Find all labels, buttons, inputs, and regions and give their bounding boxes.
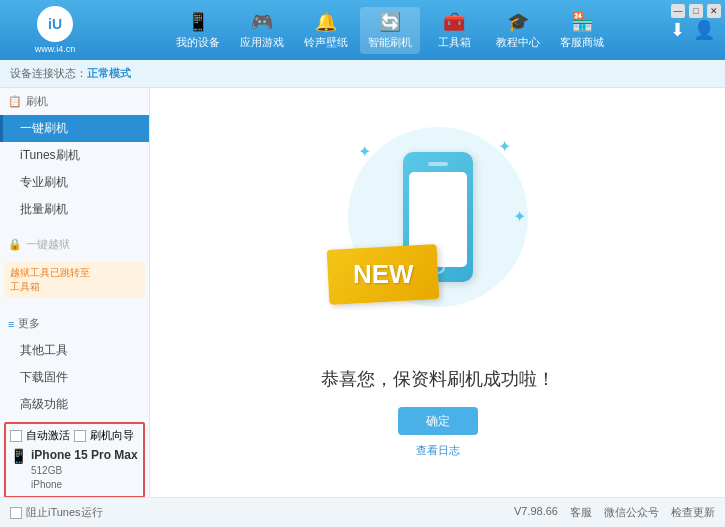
ringtone-icon: 🔔 <box>315 11 337 33</box>
close-button[interactable]: ✕ <box>707 4 721 18</box>
itunes-block-checkbox[interactable] <box>10 507 22 519</box>
sidebar: 📋 刷机 一键刷机 iTunes刷机 专业刷机 批量刷机 🔒 一键越狱 越狱工具… <box>0 88 150 497</box>
nav-shop-label: 客服商城 <box>560 35 604 50</box>
device-name: iPhone 15 Pro Max <box>31 447 138 464</box>
main-area: 📋 刷机 一键刷机 iTunes刷机 专业刷机 批量刷机 🔒 一键越狱 越狱工具… <box>0 88 725 497</box>
minimize-button[interactable]: — <box>671 4 685 18</box>
success-image: ✦ ✦ ✦ NEW <box>338 127 538 347</box>
nav-tutorial[interactable]: 🎓 教程中心 <box>488 7 548 54</box>
check-update-link[interactable]: 检查更新 <box>671 505 715 520</box>
nav-toolbox[interactable]: 🧰 工具箱 <box>424 7 484 54</box>
wechat-link[interactable]: 微信公众号 <box>604 505 659 520</box>
itunes-block-label: 阻止iTunes运行 <box>26 505 103 520</box>
guide-label: 刷机向导 <box>90 428 134 443</box>
breadcrumb-prefix: 设备连接状态： <box>10 66 87 81</box>
nav-flash[interactable]: 🔄 智能刷机 <box>360 7 420 54</box>
ribbon-body: NEW <box>326 244 439 305</box>
sidebar-more-label: 更多 <box>18 316 40 331</box>
tutorial-icon: 🎓 <box>507 11 529 33</box>
sidebar-jailbreak-header: 🔒 一键越狱 <box>0 231 149 258</box>
my-device-icon: 📱 <box>187 11 209 33</box>
nav-my-device-label: 我的设备 <box>176 35 220 50</box>
device-phone-icon: 📱 <box>10 448 27 464</box>
sidebar-item-pro[interactable]: 专业刷机 <box>0 169 149 196</box>
logo-icon: iU <box>37 6 73 42</box>
success-text: 恭喜您，保资料刷机成功啦！ <box>321 367 555 391</box>
bottom-bar: 阻止iTunes运行 V7.98.66 客服 微信公众号 检查更新 <box>0 497 725 527</box>
device-type: iPhone <box>31 478 138 492</box>
apps-icon: 🎮 <box>251 11 273 33</box>
shop-icon: 🏪 <box>571 11 593 33</box>
breadcrumb-status: 正常模式 <box>87 66 131 81</box>
device-info-area: 自动激活 刷机向导 📱 iPhone 15 Pro Max 512GB iPho… <box>4 422 145 497</box>
user-icon[interactable]: 👤 <box>693 19 715 41</box>
itunes-block-area: 阻止iTunes运行 <box>10 505 103 520</box>
flash-section-icon: 📋 <box>8 95 22 108</box>
content-panel: ✦ ✦ ✦ NEW 恭喜您，保资料刷机成功啦！ 确定 查看日志 <box>150 88 725 497</box>
nav-ringtone[interactable]: 🔔 铃声壁纸 <box>296 7 356 54</box>
sparkle-mid-right: ✦ <box>513 207 526 226</box>
nav-toolbox-label: 工具箱 <box>438 35 471 50</box>
sidebar-more-header: ≡ 更多 <box>0 310 149 337</box>
sidebar-item-batch[interactable]: 批量刷机 <box>0 196 149 223</box>
guide-checkbox[interactable] <box>74 430 86 442</box>
sparkle-top-left: ✦ <box>358 142 371 161</box>
more-icon: ≡ <box>8 318 14 330</box>
flash-icon: 🔄 <box>379 11 401 33</box>
nav-ringtone-label: 铃声壁纸 <box>304 35 348 50</box>
device-item[interactable]: 📱 iPhone 15 Pro Max 512GB iPhone <box>10 447 139 492</box>
nav-flash-label: 智能刷机 <box>368 35 412 50</box>
sidebar-notice: 越狱工具已跳转至工具箱 <box>4 262 145 298</box>
nav-bar: 📱 我的设备 🎮 应用游戏 🔔 铃声壁纸 🔄 智能刷机 🧰 工具箱 🎓 <box>110 7 670 54</box>
sparkle-top-right: ✦ <box>498 137 511 156</box>
ribbon-text: NEW <box>352 259 413 290</box>
customer-service-link[interactable]: 客服 <box>570 505 592 520</box>
sidebar-flash-header: 📋 刷机 <box>0 88 149 115</box>
confirm-button[interactable]: 确定 <box>398 407 478 435</box>
version-text: V7.98.66 <box>514 505 558 520</box>
logo-url: www.i4.cn <box>35 44 76 54</box>
nav-apps-label: 应用游戏 <box>240 35 284 50</box>
sidebar-flash-label: 刷机 <box>26 94 48 109</box>
nav-shop[interactable]: 🏪 客服商城 <box>552 7 612 54</box>
sidebar-item-onekey[interactable]: 一键刷机 <box>0 115 149 142</box>
logo-area: iU www.i4.cn <box>10 6 100 54</box>
sidebar-item-advanced[interactable]: 高级功能 <box>0 391 149 418</box>
window-controls: — □ ✕ <box>671 4 721 18</box>
footer-links: V7.98.66 客服 微信公众号 检查更新 <box>514 505 715 520</box>
maximize-button[interactable]: □ <box>689 4 703 18</box>
phone-speaker <box>428 162 448 166</box>
nav-tutorial-label: 教程中心 <box>496 35 540 50</box>
sidebar-item-other-tools[interactable]: 其他工具 <box>0 337 149 364</box>
log-link[interactable]: 查看日志 <box>416 443 460 458</box>
download-icon[interactable]: ⬇ <box>670 19 685 41</box>
device-storage: 512GB <box>31 464 138 478</box>
new-ribbon: NEW <box>328 247 448 307</box>
sidebar-jailbreak-label: 一键越狱 <box>26 237 70 252</box>
nav-my-device[interactable]: 📱 我的设备 <box>168 7 228 54</box>
toolbox-icon: 🧰 <box>443 11 465 33</box>
auto-activate-row: 自动激活 刷机向导 <box>10 428 139 443</box>
nav-apps[interactable]: 🎮 应用游戏 <box>232 7 292 54</box>
sidebar-item-itunes[interactable]: iTunes刷机 <box>0 142 149 169</box>
topbar: iU www.i4.cn 📱 我的设备 🎮 应用游戏 🔔 铃声壁纸 🔄 智能刷机… <box>0 0 725 60</box>
sidebar-item-download-firmware[interactable]: 下载固件 <box>0 364 149 391</box>
top-right-actions: ⬇ 👤 <box>670 19 715 41</box>
device-details: iPhone 15 Pro Max 512GB iPhone <box>31 447 138 492</box>
auto-activate-checkbox[interactable] <box>10 430 22 442</box>
auto-activate-label: 自动激活 <box>26 428 70 443</box>
breadcrumb: 设备连接状态： 正常模式 <box>0 60 725 88</box>
lock-icon: 🔒 <box>8 238 22 251</box>
